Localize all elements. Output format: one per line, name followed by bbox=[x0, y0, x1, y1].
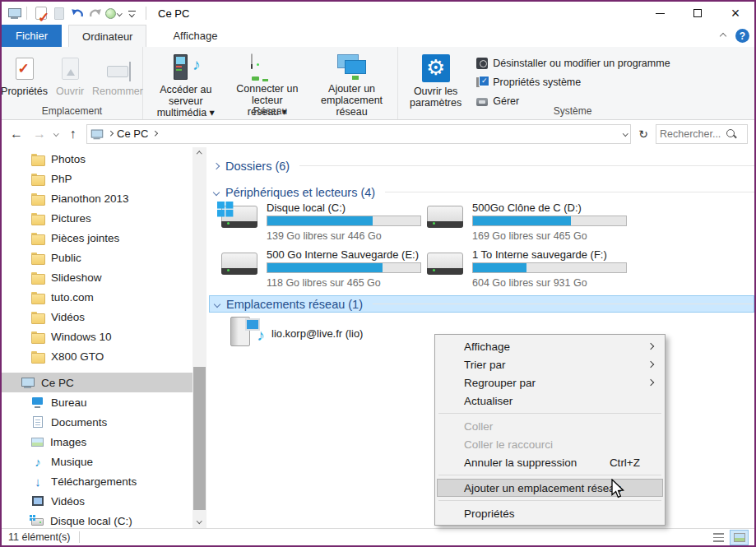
system-properties-button[interactable]: Propriétés système bbox=[471, 74, 675, 90]
menu-item-label: Coller bbox=[464, 420, 493, 433]
search-input[interactable] bbox=[660, 128, 726, 140]
section-label: Emplacements réseau (1) bbox=[226, 298, 363, 311]
ribbon: Propriétés Ouvrir Renommer Emplacement ♪… bbox=[2, 47, 754, 120]
menu-item-affichage[interactable]: Affichage bbox=[437, 337, 663, 355]
scrollbar-thumb[interactable] bbox=[193, 367, 206, 510]
network-location-item[interactable]: ♪ lio.korp@live.fr (lio) bbox=[225, 316, 363, 350]
folder-icon bbox=[31, 233, 44, 243]
music-note-icon: ♪ bbox=[31, 456, 44, 468]
sidebar-item-disque-local-c[interactable]: Disque local (C:) bbox=[2, 511, 192, 528]
search-icon[interactable] bbox=[726, 128, 737, 140]
menu-item-annuler-suppression[interactable]: Annuler la suppressionCtrl+Z bbox=[437, 453, 663, 471]
sidebar-item-tuto-com[interactable]: tuto.com bbox=[2, 287, 192, 307]
sidebar-item-label: Pictures bbox=[51, 212, 91, 225]
sidebar-item-slideshow[interactable]: Slideshow bbox=[2, 267, 192, 287]
section-header-emplacements-reseau[interactable]: Emplacements réseau (1) bbox=[209, 295, 754, 313]
drive-free-space: 604 Go libres sur 931 Go bbox=[472, 277, 587, 289]
menu-item-label: Annuler la suppression bbox=[464, 457, 577, 469]
scroll-up-icon[interactable] bbox=[192, 147, 206, 161]
submenu-arrow-icon bbox=[647, 379, 654, 386]
menu-item-coller[interactable]: Coller bbox=[437, 417, 663, 435]
section-label: Périphériques et lecteurs (4) bbox=[225, 186, 375, 199]
maximize-button[interactable] bbox=[679, 2, 717, 25]
desktop-icon bbox=[31, 397, 44, 408]
help-button[interactable]: ? bbox=[735, 29, 749, 43]
thumbnails-view-button[interactable] bbox=[730, 531, 748, 545]
details-view-button[interactable] bbox=[710, 531, 727, 545]
quick-new-item-button[interactable] bbox=[50, 4, 68, 22]
sidebar-item-pieces-jointes[interactable]: Pièces jointes bbox=[2, 228, 192, 248]
sidebar-item-videos-folder[interactable]: Vidéos bbox=[2, 307, 192, 327]
up-button[interactable]: ↑ bbox=[63, 127, 83, 141]
window-controls: × bbox=[641, 2, 754, 25]
sidebar-item-pictures[interactable]: Pictures bbox=[2, 208, 192, 228]
this-pc-icon bbox=[21, 377, 35, 388]
folder-icon bbox=[31, 174, 44, 184]
undo-button[interactable] bbox=[68, 4, 86, 22]
quick-properties-button[interactable] bbox=[32, 4, 50, 22]
drive-tile-f[interactable]: 1 To Interne sauvegarde (F:) 604 Go libr… bbox=[424, 247, 632, 288]
back-button[interactable]: ← bbox=[7, 127, 26, 141]
address-bar: ← → ↑ Ce PC ↻ bbox=[2, 120, 754, 147]
sidebar-item-windows-10[interactable]: Windows 10 bbox=[2, 327, 192, 346]
recent-locations-button[interactable] bbox=[53, 131, 58, 136]
customize-toolbar-button[interactable] bbox=[123, 4, 141, 22]
address-dropdown-button[interactable] bbox=[623, 131, 628, 136]
sidebar-item-label: tuto.com bbox=[51, 291, 94, 304]
menu-item-trier-par[interactable]: Trier par bbox=[437, 355, 663, 373]
status-bar: 11 élément(s) bbox=[2, 528, 754, 545]
drive-tile-d[interactable]: 500Go Clône de C (D:) 169 Go libres sur … bbox=[424, 200, 632, 241]
drive-free-space: 139 Go libres sur 446 Go bbox=[267, 230, 382, 242]
sidebar-item-telechargements[interactable]: ↓Téléchargements bbox=[2, 471, 192, 491]
folder-icon bbox=[31, 312, 44, 322]
address-box[interactable]: Ce PC bbox=[86, 124, 632, 144]
network-drive-icon bbox=[251, 54, 284, 81]
sidebar-item-bureau[interactable]: Bureau bbox=[2, 392, 192, 412]
menu-item-label: Trier par bbox=[464, 359, 506, 371]
section-header-peripheriques[interactable]: Périphériques et lecteurs (4) bbox=[214, 183, 754, 201]
properties-check-icon bbox=[35, 7, 47, 20]
drive-tile-c[interactable]: Disque local (C:) 139 Go libres sur 446 … bbox=[219, 200, 426, 241]
uninstall-program-button[interactable]: Désinstaller ou modifier un programme bbox=[471, 55, 675, 71]
map-drive-quick-button[interactable] bbox=[104, 4, 123, 22]
sidebar-item-label: Pièces jointes bbox=[51, 232, 119, 244]
scroll-down-icon[interactable] bbox=[192, 514, 206, 528]
sidebar-scrollbar[interactable] bbox=[192, 147, 206, 528]
sidebar-item-label: Bureau bbox=[51, 396, 87, 409]
sidebar-item-photos[interactable]: Photos bbox=[2, 149, 192, 169]
sidebar-item-label: Vidéos bbox=[51, 495, 85, 508]
drive-icon bbox=[424, 247, 466, 281]
refresh-button[interactable]: ↻ bbox=[634, 127, 652, 141]
drive-tile-e[interactable]: 500 Go Interne Sauvegarde (E:) 118 Go li… bbox=[219, 247, 426, 288]
tab-affichage[interactable]: Affichage bbox=[160, 25, 230, 47]
sidebar-item-public[interactable]: Public bbox=[2, 248, 192, 267]
item-count: 11 élément(s) bbox=[8, 531, 71, 543]
redo-button[interactable] bbox=[86, 4, 104, 22]
divider bbox=[146, 7, 146, 20]
rename-icon bbox=[107, 66, 128, 77]
close-button[interactable]: × bbox=[717, 2, 754, 25]
button-label: Accéder au serveur bbox=[160, 84, 211, 107]
sidebar-item-musique[interactable]: ♪Musique bbox=[2, 452, 192, 471]
sidebar-item-pianothon[interactable]: Pianothon 2013 bbox=[2, 188, 192, 208]
menu-item-ajouter-emplacement-reseau[interactable]: Ajouter un emplacement réseau bbox=[437, 479, 663, 497]
section-header-dossiers[interactable]: Dossiers (6) bbox=[214, 157, 754, 174]
sidebar-item-videos-library[interactable]: Vidéos bbox=[2, 491, 192, 511]
tab-fichier[interactable]: Fichier bbox=[2, 25, 62, 47]
minimize-button[interactable] bbox=[641, 2, 679, 25]
menu-item-regrouper-par[interactable]: Regrouper par bbox=[437, 373, 663, 392]
tab-ordinateur[interactable]: Ordinateur bbox=[68, 25, 146, 47]
sidebar-item-php[interactable]: PhP bbox=[2, 169, 192, 188]
menu-item-coller-raccourci[interactable]: Coller le raccourci bbox=[437, 435, 663, 453]
forward-button[interactable]: → bbox=[30, 127, 49, 141]
collapse-ribbon-button[interactable] bbox=[720, 32, 726, 39]
section-label: Dossiers (6) bbox=[225, 160, 290, 173]
sidebar-item-ce-pc[interactable]: Ce PC bbox=[2, 373, 192, 392]
menu-item-actualiser[interactable]: Actualiser bbox=[437, 392, 663, 410]
this-pc-icon bbox=[8, 7, 21, 19]
menu-item-proprietes[interactable]: Propriétés bbox=[437, 504, 663, 522]
sidebar-item-images[interactable]: Images bbox=[2, 432, 192, 452]
sidebar-item-documents[interactable]: Documents bbox=[2, 412, 192, 432]
sidebar-item-x800-gto[interactable]: X800 GTO bbox=[2, 346, 192, 366]
breadcrumb[interactable]: Ce PC bbox=[117, 127, 148, 140]
